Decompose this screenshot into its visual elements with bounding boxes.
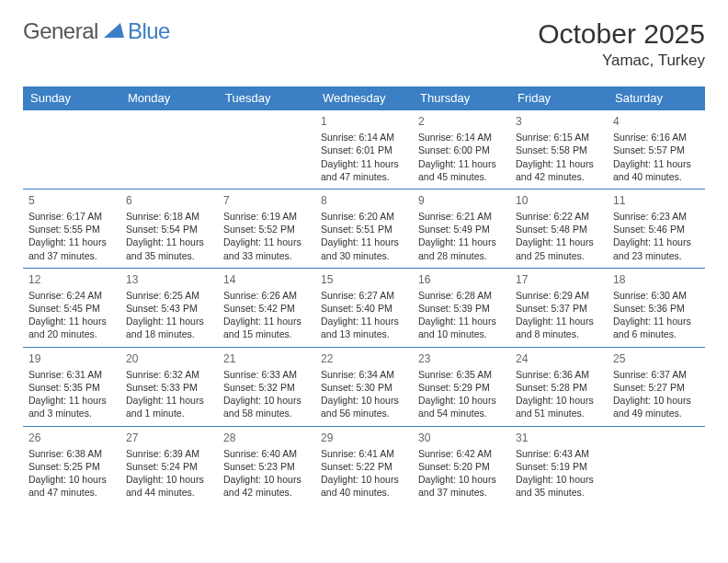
- day-daylight2: and 15 minutes.: [223, 327, 310, 340]
- day-daylight1: Daylight: 11 hours: [126, 315, 212, 327]
- calendar-day-cell: 23Sunrise: 6:35 AMSunset: 5:29 PMDayligh…: [413, 347, 510, 426]
- day-sunrise: Sunrise: 6:23 AM: [613, 210, 700, 223]
- title-block: October 2025 Yamac, Turkey: [538, 18, 705, 70]
- day-sunset: Sunset: 5:58 PM: [516, 144, 602, 156]
- day-sunrise: Sunrise: 6:27 AM: [321, 289, 407, 302]
- calendar-day-cell: 10Sunrise: 6:22 AMSunset: 5:48 PMDayligh…: [510, 189, 608, 268]
- day-sunset: Sunset: 5:25 PM: [28, 460, 115, 473]
- day-daylight2: and 8 minutes.: [516, 327, 602, 340]
- day-sunrise: Sunrise: 6:17 AM: [28, 210, 115, 223]
- day-sunrise: Sunrise: 6:42 AM: [418, 447, 505, 460]
- calendar-week-row: 12Sunrise: 6:24 AMSunset: 5:45 PMDayligh…: [23, 268, 705, 347]
- day-sunrise: Sunrise: 6:32 AM: [126, 368, 212, 381]
- calendar-day-cell: 22Sunrise: 6:34 AMSunset: 5:30 PMDayligh…: [315, 347, 413, 426]
- day-sunset: Sunset: 5:37 PM: [516, 302, 602, 315]
- calendar-day-cell: 30Sunrise: 6:42 AMSunset: 5:20 PMDayligh…: [413, 426, 510, 504]
- weekday-header: Friday: [510, 86, 608, 110]
- day-daylight1: Daylight: 11 hours: [223, 315, 310, 327]
- day-sunrise: Sunrise: 6:37 AM: [613, 368, 700, 381]
- day-sunset: Sunset: 5:24 PM: [126, 460, 212, 473]
- day-daylight1: Daylight: 11 hours: [516, 236, 602, 248]
- calendar-day-cell: 25Sunrise: 6:37 AMSunset: 5:27 PMDayligh…: [608, 347, 705, 426]
- day-sunrise: Sunrise: 6:40 AM: [223, 447, 310, 460]
- day-number: 1: [321, 114, 407, 129]
- calendar-day-cell: 27Sunrise: 6:39 AMSunset: 5:24 PMDayligh…: [120, 426, 218, 504]
- weekday-header: Thursday: [413, 86, 510, 110]
- calendar-day-cell: [608, 426, 705, 504]
- day-sunset: Sunset: 5:32 PM: [223, 381, 310, 394]
- day-daylight1: Daylight: 11 hours: [516, 315, 602, 327]
- day-number: 18: [613, 272, 700, 287]
- weekday-header-row: SundayMondayTuesdayWednesdayThursdayFrid…: [23, 86, 705, 110]
- day-sunrise: Sunrise: 6:20 AM: [321, 210, 407, 223]
- day-sunrise: Sunrise: 6:18 AM: [126, 210, 212, 223]
- calendar-day-cell: 12Sunrise: 6:24 AMSunset: 5:45 PMDayligh…: [23, 268, 120, 347]
- calendar-day-cell: 19Sunrise: 6:31 AMSunset: 5:35 PMDayligh…: [23, 347, 120, 426]
- day-sunrise: Sunrise: 6:36 AM: [516, 368, 602, 381]
- day-sunset: Sunset: 5:40 PM: [321, 302, 407, 315]
- day-sunrise: Sunrise: 6:19 AM: [223, 210, 310, 223]
- day-daylight2: and 33 minutes.: [223, 249, 310, 262]
- location-label: Yamac, Turkey: [538, 52, 705, 70]
- day-daylight1: Daylight: 11 hours: [516, 157, 602, 170]
- day-daylight1: Daylight: 11 hours: [613, 236, 700, 248]
- day-sunset: Sunset: 5:42 PM: [223, 302, 310, 315]
- day-daylight2: and 40 minutes.: [321, 486, 407, 499]
- calendar-day-cell: 5Sunrise: 6:17 AMSunset: 5:55 PMDaylight…: [23, 189, 120, 268]
- day-sunset: Sunset: 6:00 PM: [418, 144, 505, 156]
- day-daylight2: and 18 minutes.: [126, 327, 212, 340]
- calendar-day-cell: 3Sunrise: 6:15 AMSunset: 5:58 PMDaylight…: [510, 110, 608, 190]
- day-number: 7: [223, 193, 310, 208]
- day-sunset: Sunset: 5:52 PM: [223, 223, 310, 236]
- day-sunrise: Sunrise: 6:25 AM: [126, 289, 212, 302]
- calendar-day-cell: 31Sunrise: 6:43 AMSunset: 5:19 PMDayligh…: [510, 426, 608, 504]
- calendar-day-cell: 26Sunrise: 6:38 AMSunset: 5:25 PMDayligh…: [23, 426, 120, 504]
- day-sunset: Sunset: 5:28 PM: [516, 381, 602, 394]
- day-number: 19: [28, 351, 115, 366]
- calendar-day-cell: 28Sunrise: 6:40 AMSunset: 5:23 PMDayligh…: [218, 426, 315, 504]
- day-daylight2: and 44 minutes.: [126, 486, 212, 499]
- day-number: 30: [418, 431, 505, 445]
- calendar-day-cell: 7Sunrise: 6:19 AMSunset: 5:52 PMDaylight…: [218, 189, 315, 268]
- day-sunrise: Sunrise: 6:34 AM: [321, 368, 407, 381]
- day-daylight2: and 42 minutes.: [223, 486, 310, 499]
- day-daylight1: Daylight: 10 hours: [126, 473, 212, 486]
- calendar-day-cell: [23, 110, 120, 190]
- calendar-day-cell: 11Sunrise: 6:23 AMSunset: 5:46 PMDayligh…: [608, 189, 705, 268]
- day-sunrise: Sunrise: 6:26 AM: [223, 289, 310, 302]
- day-number: 11: [613, 193, 700, 208]
- day-daylight2: and 47 minutes.: [28, 486, 115, 499]
- calendar-day-cell: 21Sunrise: 6:33 AMSunset: 5:32 PMDayligh…: [218, 347, 315, 426]
- day-sunset: Sunset: 5:48 PM: [516, 223, 602, 236]
- day-daylight1: Daylight: 11 hours: [418, 236, 505, 248]
- day-sunrise: Sunrise: 6:29 AM: [516, 289, 602, 302]
- day-daylight1: Daylight: 10 hours: [418, 473, 505, 486]
- calendar-day-cell: 1Sunrise: 6:14 AMSunset: 6:01 PMDaylight…: [315, 110, 413, 190]
- day-daylight1: Daylight: 11 hours: [418, 315, 505, 327]
- day-sunrise: Sunrise: 6:15 AM: [516, 131, 602, 144]
- page-title: October 2025: [538, 18, 705, 50]
- calendar-week-row: 5Sunrise: 6:17 AMSunset: 5:55 PMDaylight…: [23, 189, 705, 268]
- day-number: 26: [28, 431, 115, 445]
- day-daylight2: and 37 minutes.: [418, 486, 505, 499]
- day-daylight2: and 45 minutes.: [418, 170, 505, 183]
- logo: General Blue: [23, 18, 170, 44]
- day-sunset: Sunset: 5:54 PM: [126, 223, 212, 236]
- day-number: 6: [126, 193, 212, 208]
- day-sunset: Sunset: 5:57 PM: [613, 144, 700, 156]
- calendar-day-cell: 18Sunrise: 6:30 AMSunset: 5:36 PMDayligh…: [608, 268, 705, 347]
- calendar-day-cell: 9Sunrise: 6:21 AMSunset: 5:49 PMDaylight…: [413, 189, 510, 268]
- day-number: 15: [321, 272, 407, 287]
- day-daylight1: Daylight: 11 hours: [321, 157, 407, 170]
- day-sunrise: Sunrise: 6:22 AM: [516, 210, 602, 223]
- weekday-header: Tuesday: [218, 86, 315, 110]
- day-daylight2: and 51 minutes.: [516, 407, 602, 419]
- calendar-day-cell: [120, 110, 218, 190]
- day-sunset: Sunset: 5:20 PM: [418, 460, 505, 473]
- day-daylight2: and 54 minutes.: [418, 407, 505, 419]
- day-daylight1: Daylight: 11 hours: [28, 236, 115, 248]
- logo-text-general: General: [23, 18, 98, 44]
- day-number: 12: [28, 272, 115, 287]
- day-daylight1: Daylight: 11 hours: [613, 157, 700, 170]
- day-number: 4: [613, 114, 700, 129]
